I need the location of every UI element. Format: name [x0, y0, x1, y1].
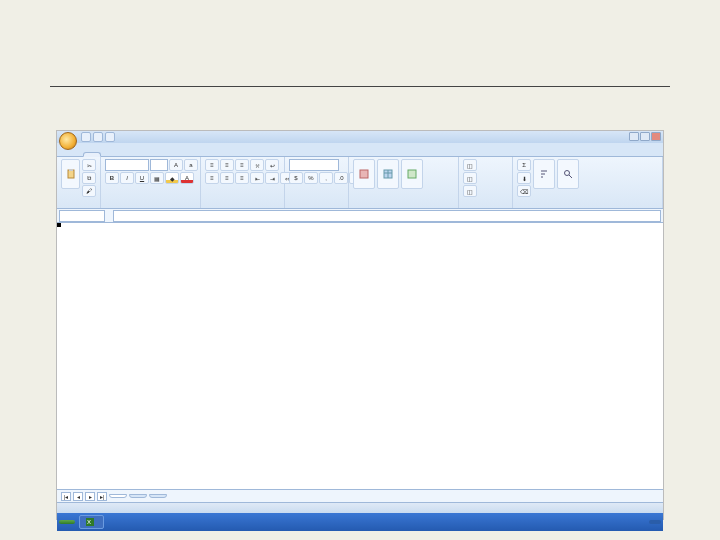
svg-line-8 — [569, 175, 572, 178]
group-alignment-label — [205, 206, 280, 208]
cell-styles-button[interactable] — [401, 159, 423, 189]
start-button[interactable] — [59, 520, 75, 524]
font-name-select[interactable] — [105, 159, 149, 171]
sort-icon — [539, 169, 549, 179]
bold-button[interactable]: B — [105, 172, 119, 184]
align-top-button[interactable]: ≡ — [205, 159, 219, 171]
tab-view[interactable] — [181, 153, 197, 156]
align-center-button[interactable]: ≡ — [220, 172, 234, 184]
tab-data[interactable] — [149, 153, 165, 156]
clipboard-icon — [66, 169, 76, 179]
clear-button[interactable]: ⌫ — [517, 185, 531, 197]
find-select-button[interactable] — [557, 159, 579, 189]
svg-rect-1 — [69, 169, 73, 171]
svg-text:X: X — [87, 519, 91, 525]
paste-button[interactable] — [61, 159, 80, 189]
border-button[interactable]: ▦ — [150, 172, 164, 184]
quick-access-toolbar — [81, 132, 115, 142]
sheet-tab-3[interactable] — [149, 494, 167, 498]
fill-button[interactable]: ⬇ — [517, 172, 531, 184]
worksheet-grid[interactable] — [57, 223, 663, 489]
formula-input[interactable] — [113, 210, 661, 222]
font-size-select[interactable] — [150, 159, 168, 171]
group-font-label — [105, 206, 196, 208]
copy-button[interactable]: ⧉ — [82, 172, 96, 184]
tab-nav-prev[interactable]: ◂ — [73, 492, 83, 501]
windows-taskbar: X — [57, 513, 663, 531]
taskbar-item-excel[interactable]: X — [79, 515, 104, 529]
percent-button[interactable]: % — [304, 172, 318, 184]
table-icon — [383, 169, 393, 179]
cut-button[interactable]: ✂ — [82, 159, 96, 171]
increase-decimal-button[interactable]: .0 — [334, 172, 348, 184]
font-color-button[interactable]: A — [180, 172, 194, 184]
sheet-tab-bar: |◂ ◂ ▸ ▸| — [57, 489, 663, 502]
excel-icon: X — [86, 518, 94, 526]
group-number-label — [289, 206, 344, 208]
comma-button[interactable]: , — [319, 172, 333, 184]
group-styles-label — [353, 206, 454, 208]
delete-cells-button[interactable]: ◫ — [463, 172, 477, 184]
name-box[interactable] — [59, 210, 105, 222]
close-button[interactable] — [651, 132, 661, 141]
tab-formulas[interactable] — [133, 153, 149, 156]
excel-window: ✂ ⧉ 🖌 A a B I — [56, 130, 664, 520]
fill-color-button[interactable]: ◆ — [165, 172, 179, 184]
grow-font-button[interactable]: A — [169, 159, 183, 171]
align-left-button[interactable]: ≡ — [205, 172, 219, 184]
status-bar — [57, 502, 663, 513]
titlebar — [57, 131, 663, 143]
qat-undo-icon[interactable] — [93, 132, 103, 142]
svg-rect-2 — [360, 170, 368, 178]
sort-filter-button[interactable] — [533, 159, 555, 189]
conditional-formatting-button[interactable] — [353, 159, 375, 189]
group-cells-label — [463, 206, 508, 208]
tab-page-layout[interactable] — [117, 153, 133, 156]
tab-nav-first[interactable]: |◂ — [61, 492, 71, 501]
sheet-tab-2[interactable] — [129, 494, 147, 498]
slide-divider — [50, 86, 670, 87]
align-bottom-button[interactable]: ≡ — [235, 159, 249, 171]
orientation-button[interactable]: ⤲ — [250, 159, 264, 171]
tab-nav-last[interactable]: ▸| — [97, 492, 107, 501]
format-cells-button[interactable]: ◫ — [463, 185, 477, 197]
align-right-button[interactable]: ≡ — [235, 172, 249, 184]
tab-home[interactable] — [83, 152, 101, 157]
tab-review[interactable] — [165, 153, 181, 156]
format-as-table-button[interactable] — [377, 159, 399, 189]
insert-cells-button[interactable]: ◫ — [463, 159, 477, 171]
tab-nav-next[interactable]: ▸ — [85, 492, 95, 501]
group-clipboard-label — [61, 206, 96, 208]
sheet-tab-1[interactable] — [109, 494, 127, 498]
cond-fmt-icon — [359, 169, 369, 179]
system-tray-clock[interactable] — [649, 520, 661, 524]
fill-handle[interactable] — [57, 223, 61, 227]
qat-save-icon[interactable] — [81, 132, 91, 142]
svg-rect-0 — [68, 170, 74, 178]
group-editing-label — [517, 206, 658, 208]
maximize-button[interactable] — [640, 132, 650, 141]
align-middle-button[interactable]: ≡ — [220, 159, 234, 171]
office-button[interactable] — [59, 132, 77, 150]
wrap-text-button[interactable]: ↩ — [265, 159, 279, 171]
qat-redo-icon[interactable] — [105, 132, 115, 142]
format-painter-button[interactable]: 🖌 — [82, 185, 96, 197]
svg-point-7 — [565, 171, 570, 176]
ribbon: ✂ ⧉ 🖌 A a B I — [57, 157, 663, 209]
cell-styles-icon — [407, 169, 417, 179]
decrease-indent-button[interactable]: ⇤ — [250, 172, 264, 184]
underline-button[interactable]: U — [135, 172, 149, 184]
increase-indent-button[interactable]: ⇥ — [265, 172, 279, 184]
italic-button[interactable]: I — [120, 172, 134, 184]
minimize-button[interactable] — [629, 132, 639, 141]
autosum-button[interactable]: Σ — [517, 159, 531, 171]
number-format-select[interactable] — [289, 159, 339, 171]
ribbon-tabs — [57, 143, 663, 157]
find-icon — [563, 169, 573, 179]
svg-rect-6 — [408, 170, 416, 178]
shrink-font-button[interactable]: a — [184, 159, 198, 171]
formula-bar — [57, 209, 663, 223]
tab-insert[interactable] — [101, 153, 117, 156]
currency-button[interactable]: $ — [289, 172, 303, 184]
